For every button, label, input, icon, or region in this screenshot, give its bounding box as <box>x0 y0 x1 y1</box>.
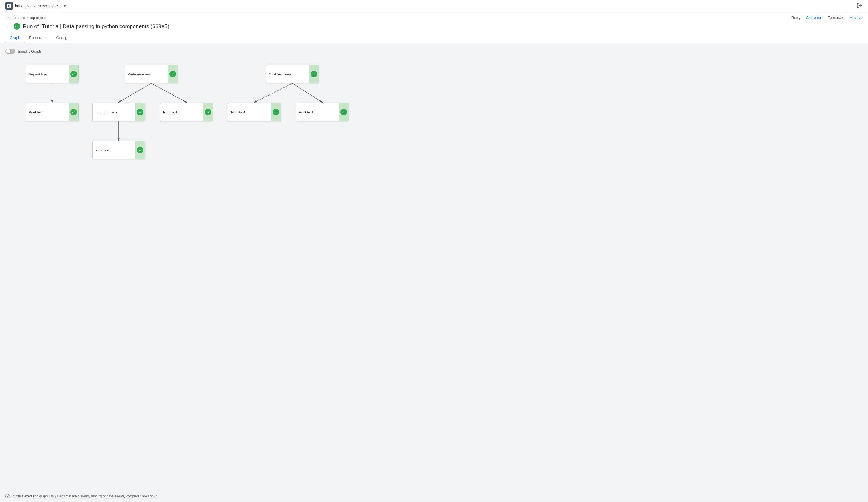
node-split-text-lines-label: Split text lines <box>269 72 291 76</box>
node-print-text-1-check <box>70 109 77 115</box>
toggle-thumb <box>6 49 10 53</box>
workspace-name: kubeflow-user-example-c... <box>15 4 61 8</box>
breadcrumb-current: kfp-article <box>30 16 45 20</box>
breadcrumb-sep: > <box>27 16 29 20</box>
simplify-graph-label: Simplify Graph <box>18 49 41 53</box>
logout-button[interactable] <box>857 2 862 10</box>
svg-line-5 <box>151 83 187 102</box>
svg-line-4 <box>118 83 151 102</box>
info-icon: i <box>6 494 10 499</box>
node-print-text-1[interactable]: Print text <box>26 103 79 121</box>
node-print-text-3[interactable]: Print text <box>228 103 281 121</box>
node-print-text-5-check <box>137 147 143 153</box>
node-write-numbers-check <box>169 71 176 77</box>
node-repeat-line-check <box>70 71 77 77</box>
node-split-text-lines[interactable]: Split text lines <box>266 65 319 83</box>
node-print-text-2-label: Print text <box>163 110 177 114</box>
retry-button[interactable]: Retry <box>792 14 800 21</box>
breadcrumb-experiments[interactable]: Experiments <box>6 16 25 20</box>
svg-rect-0 <box>7 4 11 8</box>
node-print-text-4[interactable]: Print text <box>296 103 349 121</box>
action-buttons: Retry Clone run Terminate Archive <box>792 14 862 21</box>
node-print-text-3-label: Print text <box>231 110 245 114</box>
node-print-text-5-label: Print text <box>95 148 109 152</box>
node-print-text-2-check <box>205 109 211 115</box>
archive-button[interactable]: Archive <box>850 14 862 21</box>
clone-run-button[interactable]: Clone run <box>806 14 823 21</box>
tabs-row: Graph Run output Config <box>0 33 868 43</box>
back-button[interactable]: ← <box>6 23 11 30</box>
graph-area: Simplify Graph Repeat line <box>0 43 868 491</box>
dag-canvas: Repeat line Write numbers Split text lin… <box>6 60 862 222</box>
tab-config[interactable]: Config <box>52 33 71 43</box>
node-write-numbers[interactable]: Write numbers <box>125 65 178 83</box>
node-sum-numbers-label: Sum numbers <box>95 110 117 114</box>
tab-run-output[interactable]: Run output <box>25 33 52 43</box>
node-print-text-2-status <box>203 103 213 121</box>
breadcrumb: Experiments > kfp-article <box>6 16 45 20</box>
node-repeat-line-label: Repeat line <box>29 72 47 76</box>
top-bar: kubeflow-user-example-c... ▼ <box>0 0 868 12</box>
node-repeat-line-status <box>69 65 79 83</box>
kubeflow-logo <box>6 2 13 10</box>
svg-line-8 <box>292 83 322 102</box>
node-write-numbers-status <box>168 65 178 83</box>
page-title-row: ← Run of [Tutorial] Data passing in pyth… <box>0 22 868 33</box>
node-print-text-5-status <box>135 141 145 159</box>
page-title: Run of [Tutorial] Data passing in python… <box>23 23 169 30</box>
simplify-graph-toggle[interactable] <box>6 49 15 54</box>
node-print-text-4-status <box>339 103 349 121</box>
node-split-text-lines-status <box>309 65 319 83</box>
node-print-text-1-label: Print text <box>29 110 43 114</box>
terminate-button[interactable]: Terminate <box>828 14 844 21</box>
node-split-text-lines-check <box>311 71 317 77</box>
node-print-text-1-status <box>69 103 79 121</box>
tab-graph[interactable]: Graph <box>6 33 25 43</box>
svg-line-7 <box>255 83 292 102</box>
simplify-row: Simplify Graph <box>6 49 862 54</box>
footer-note: i Runtime execution graph. Only steps th… <box>0 491 868 502</box>
node-print-text-3-check <box>272 109 279 115</box>
node-print-text-4-label: Print text <box>299 110 313 114</box>
node-sum-numbers[interactable]: Sum numbers <box>92 103 145 121</box>
breadcrumb-row: Experiments > kfp-article Retry Clone ru… <box>0 12 868 22</box>
run-status-icon <box>13 23 20 30</box>
node-print-text-4-check <box>340 109 347 115</box>
node-sum-numbers-status <box>135 103 145 121</box>
workspace-selector[interactable]: kubeflow-user-example-c... ▼ <box>6 2 67 10</box>
node-repeat-line[interactable]: Repeat line <box>26 65 79 83</box>
node-print-text-3-status <box>271 103 281 121</box>
node-print-text-2[interactable]: Print text <box>160 103 213 121</box>
footer-note-text: Runtime execution graph. Only steps that… <box>11 494 158 498</box>
node-sum-numbers-check <box>137 109 143 115</box>
node-print-text-5[interactable]: Print text <box>92 141 145 159</box>
node-write-numbers-label: Write numbers <box>128 72 151 76</box>
workspace-dropdown-arrow[interactable]: ▼ <box>63 4 67 8</box>
